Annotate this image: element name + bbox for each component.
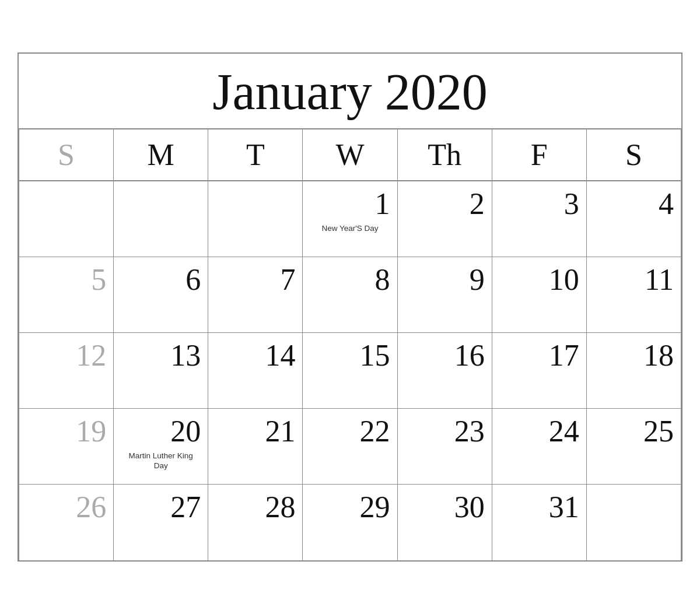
day-number: 13 bbox=[121, 339, 201, 372]
day-number: 14 bbox=[215, 339, 295, 372]
day-cell: 28 bbox=[208, 485, 303, 560]
calendar-title: January 2020 bbox=[19, 54, 681, 130]
day-number: 21 bbox=[215, 415, 295, 448]
day-cell: 13 bbox=[114, 333, 208, 409]
day-cell: 25 bbox=[587, 409, 681, 485]
day-number: 16 bbox=[405, 339, 485, 372]
day-cell: 6 bbox=[114, 257, 208, 333]
day-number: 7 bbox=[215, 263, 295, 296]
day-header: S bbox=[19, 129, 114, 181]
day-number: 2 bbox=[405, 187, 485, 220]
day-cell: 8 bbox=[303, 257, 397, 333]
day-cell: 18 bbox=[587, 333, 681, 409]
day-number: 27 bbox=[121, 490, 201, 524]
day-number: 26 bbox=[26, 490, 106, 524]
day-number: 6 bbox=[121, 263, 201, 296]
day-number: 20 bbox=[121, 415, 201, 448]
day-header: S bbox=[587, 129, 681, 181]
day-number: 25 bbox=[594, 415, 674, 448]
day-cell: 27 bbox=[114, 485, 208, 560]
day-cell: 23 bbox=[398, 409, 492, 485]
day-number: 12 bbox=[26, 339, 106, 372]
day-cell: 5 bbox=[19, 257, 114, 333]
day-number: 18 bbox=[594, 339, 674, 372]
day-cell: 22 bbox=[303, 409, 397, 485]
day-cell: 30 bbox=[398, 485, 492, 560]
day-number: 3 bbox=[499, 187, 579, 220]
day-number: 30 bbox=[405, 490, 485, 524]
calendar-container: January 2020 SMTWThFS1New Year'S Day2345… bbox=[18, 52, 682, 562]
day-number: 24 bbox=[499, 415, 579, 448]
calendar-grid: SMTWThFS1New Year'S Day23456789101112131… bbox=[19, 129, 681, 560]
day-number: 9 bbox=[405, 263, 485, 296]
day-number: 5 bbox=[26, 263, 106, 296]
day-cell bbox=[208, 181, 303, 257]
day-number: 4 bbox=[594, 187, 674, 220]
day-cell: 4 bbox=[587, 181, 681, 257]
day-header: F bbox=[492, 129, 587, 181]
day-header: Th bbox=[398, 129, 492, 181]
day-cell: 2 bbox=[398, 181, 492, 257]
day-cell: 26 bbox=[19, 485, 114, 560]
day-cell bbox=[19, 181, 114, 257]
day-number: 11 bbox=[594, 263, 674, 296]
day-header: W bbox=[303, 129, 397, 181]
day-number: 23 bbox=[405, 415, 485, 448]
day-cell: 19 bbox=[19, 409, 114, 485]
holiday-label: New Year'S Day bbox=[310, 223, 390, 234]
day-cell: 17 bbox=[492, 333, 587, 409]
day-cell: 20Martin Luther King Day bbox=[114, 409, 208, 485]
day-cell: 3 bbox=[492, 181, 587, 257]
day-number: 29 bbox=[310, 490, 390, 524]
day-cell: 24 bbox=[492, 409, 587, 485]
day-header: T bbox=[208, 129, 303, 181]
day-number: 10 bbox=[499, 263, 579, 296]
day-cell: 15 bbox=[303, 333, 397, 409]
day-cell: 9 bbox=[398, 257, 492, 333]
day-cell: 31 bbox=[492, 485, 587, 560]
day-number: 1 bbox=[310, 187, 390, 220]
day-cell bbox=[114, 181, 208, 257]
day-cell: 21 bbox=[208, 409, 303, 485]
day-cell: 29 bbox=[303, 485, 397, 560]
day-number: 19 bbox=[26, 415, 106, 448]
day-cell: 11 bbox=[587, 257, 681, 333]
day-cell: 16 bbox=[398, 333, 492, 409]
day-number: 22 bbox=[310, 415, 390, 448]
day-number: 15 bbox=[310, 339, 390, 372]
day-header: M bbox=[114, 129, 208, 181]
day-number: 28 bbox=[215, 490, 295, 524]
holiday-label: Martin Luther King Day bbox=[121, 451, 201, 471]
day-cell: 10 bbox=[492, 257, 587, 333]
day-number: 31 bbox=[499, 490, 579, 524]
day-number: 17 bbox=[499, 339, 579, 372]
day-cell: 1New Year'S Day bbox=[303, 181, 397, 257]
day-cell: 7 bbox=[208, 257, 303, 333]
day-cell: 12 bbox=[19, 333, 114, 409]
day-cell bbox=[587, 485, 681, 560]
day-cell: 14 bbox=[208, 333, 303, 409]
day-number: 8 bbox=[310, 263, 390, 296]
